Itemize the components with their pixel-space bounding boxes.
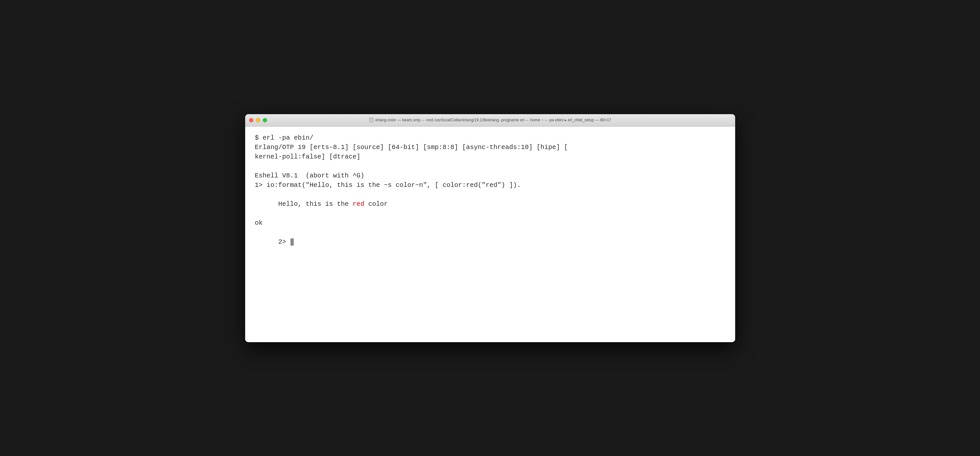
terminal-cursor <box>291 238 294 246</box>
window-title: erlang-color — beam.smp -- -root /usr/lo… <box>369 117 611 123</box>
terminal-prompt-line: 2> <box>255 228 725 256</box>
terminal-line: Erlang/OTP 19 [erts-8.1] [source] [64-bi… <box>255 142 725 152</box>
colored-word: red <box>353 200 364 208</box>
terminal-body[interactable]: $ erl -pa ebin/ Erlang/OTP 19 [erts-8.1]… <box>245 126 735 342</box>
text-after-color: color <box>364 200 388 208</box>
traffic-lights <box>249 118 267 122</box>
app-icon <box>369 117 374 123</box>
terminal-line: Eshell V8.1 (abort with ^G) <box>255 171 725 180</box>
terminal-line: ok <box>255 218 725 228</box>
terminal-colored-line: Hello, this is the red color <box>255 190 725 218</box>
terminal-line: kernel-poll:false] [dtrace] <box>255 152 725 161</box>
maximize-button[interactable] <box>263 118 267 122</box>
text-before-color: Hello, this is the <box>278 200 353 208</box>
close-button[interactable] <box>249 118 253 122</box>
terminal-window: erlang-color — beam.smp -- -root /usr/lo… <box>245 114 735 342</box>
prompt-text: 2> <box>278 238 290 246</box>
titlebar: erlang-color — beam.smp -- -root /usr/lo… <box>245 114 735 126</box>
terminal-line: 1> io:format("Hello, this is the ~s colo… <box>255 180 725 190</box>
minimize-button[interactable] <box>256 118 260 122</box>
terminal-empty-line <box>255 161 725 171</box>
terminal-line: $ erl -pa ebin/ <box>255 133 725 142</box>
